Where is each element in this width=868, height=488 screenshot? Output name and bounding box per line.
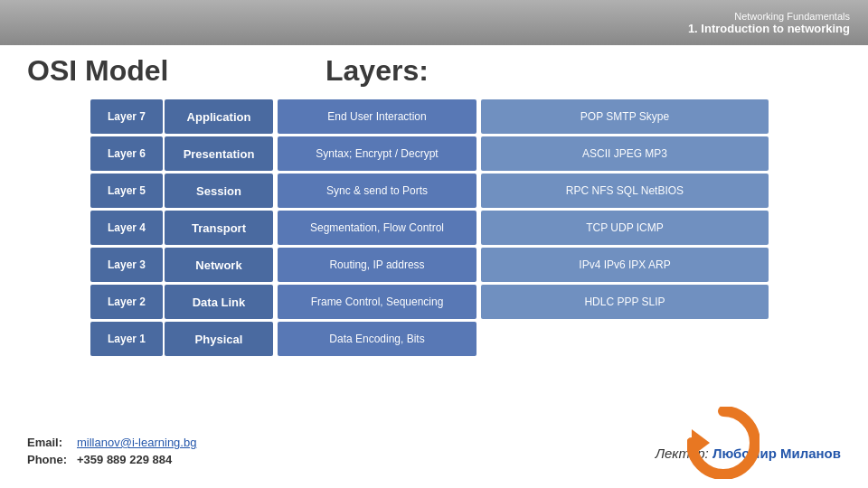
layer-protocols: IPv4 IPv6 IPX ARP <box>481 248 769 282</box>
layer-description: Sync & send to Ports <box>278 174 476 208</box>
phone-value: +359 889 229 884 <box>77 453 172 466</box>
layer-name: Presentation <box>165 136 273 171</box>
table-row: Layer 2Data LinkFrame Control, Sequencin… <box>90 285 769 319</box>
layer-name: Data Link <box>165 285 273 319</box>
table-row: Layer 7ApplicationEnd User InteractionPO… <box>90 99 769 134</box>
header-bar: Networking Fundamentals 1. Introduction … <box>0 0 868 45</box>
layer-description: Segmentation, Flow Control <box>278 211 476 245</box>
layer-number: Layer 7 <box>90 99 163 134</box>
layer-number: Layer 2 <box>90 285 163 319</box>
layer-description: Routing, IP address <box>278 248 476 282</box>
layer-number: Layer 3 <box>90 248 163 282</box>
email-value[interactable]: millanov@i-learning.bg <box>77 436 196 449</box>
contact-info: Email: millanov@i-learning.bg Phone: +35… <box>27 436 196 470</box>
table-row: Layer 4TransportSegmentation, Flow Contr… <box>90 211 769 245</box>
layer-name: Physical <box>165 322 273 356</box>
header-line1: Networking Fundamentals <box>688 11 850 22</box>
email-label: Email: <box>27 436 77 449</box>
layer-protocols: HDLC PPP SLIP <box>481 285 769 319</box>
layer-description: Frame Control, Sequencing <box>278 285 476 319</box>
header-title: Networking Fundamentals 1. Introduction … <box>688 11 850 35</box>
table-row: Layer 1PhysicalData Encoding, Bits <box>90 322 769 356</box>
layer-protocols: RPC NFS SQL NetBIOS <box>481 174 769 208</box>
phone-label: Phone: <box>27 453 77 466</box>
layer-name: Application <box>165 99 273 134</box>
layers-title: Layers: <box>326 54 429 88</box>
table-row: Layer 5SessionSync & send to PortsRPC NF… <box>90 174 769 208</box>
layer-protocols: POP SMTP Skype <box>481 99 769 134</box>
phone-row: Phone: +359 889 229 884 <box>27 453 196 466</box>
email-row: Email: millanov@i-learning.bg <box>27 436 196 449</box>
layer-number: Layer 6 <box>90 136 163 171</box>
header-line2: 1. Introduction to networking <box>688 22 850 35</box>
layer-name: Transport <box>165 211 273 245</box>
layer-number: Layer 1 <box>90 322 163 356</box>
arrow-decoration <box>687 407 760 479</box>
layer-name: Session <box>165 174 273 208</box>
layer-description: Data Encoding, Bits <box>278 322 476 356</box>
osi-table: Layer 7ApplicationEnd User InteractionPO… <box>90 99 769 359</box>
layer-number: Layer 4 <box>90 211 163 245</box>
osi-model-title: OSI Model <box>27 54 168 88</box>
layer-protocols: ASCII JPEG MP3 <box>481 136 769 171</box>
layer-number: Layer 5 <box>90 174 163 208</box>
layer-name: Network <box>165 248 273 282</box>
layer-protocols: TCP UDP ICMP <box>481 211 769 245</box>
table-row: Layer 6PresentationSyntax; Encrypt / Dec… <box>90 136 769 171</box>
svg-marker-0 <box>692 429 710 456</box>
layer-description: Syntax; Encrypt / Decrypt <box>278 136 476 171</box>
table-row: Layer 3NetworkRouting, IP addressIPv4 IP… <box>90 248 769 282</box>
layer-description: End User Interaction <box>278 99 476 134</box>
